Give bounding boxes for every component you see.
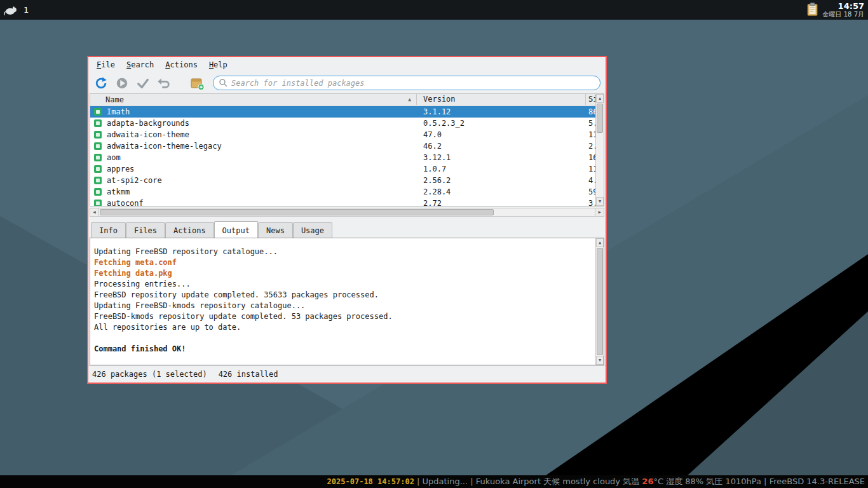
table-row[interactable]: adwaita-icon-theme-legacy46.22.1: [90, 140, 595, 152]
bottom-panel: 2025-07-18 14:57:02 | Updating... | Fuku…: [0, 475, 868, 488]
package-name: atkmm: [107, 187, 130, 196]
package-version: 3.1.12: [417, 107, 586, 116]
output-panel: Updating FreeBSD repository catalogue...…: [90, 238, 604, 365]
status-segment: 26: [642, 477, 653, 486]
package-size: 3.1: [586, 199, 595, 207]
output-log: Updating FreeBSD repository catalogue...…: [90, 238, 595, 365]
table-row[interactable]: autoconf2.723.1: [90, 198, 595, 207]
installed-package-icon: [94, 154, 102, 161]
package-version: 2.72: [417, 199, 586, 207]
refresh-sync-button[interactable]: [93, 76, 109, 91]
installed-package-icon: [94, 165, 102, 173]
package-version: 2.56.2: [417, 176, 586, 185]
installed-package-icon: [94, 131, 102, 139]
package-size: 11.: [586, 165, 595, 173]
package-count-label: 426 packages (1 selected): [92, 370, 207, 379]
scroll-up-icon[interactable]: ▲: [596, 94, 604, 103]
column-header-version[interactable]: Version: [417, 94, 586, 105]
status-segment: °C 湿度 88% 気圧 1010hPa | FreeBSD 14.3-RELE…: [653, 477, 865, 486]
window-status-bar: 426 packages (1 selected) 426 installed: [88, 365, 606, 383]
scroll-down-icon[interactable]: ▼: [596, 356, 604, 365]
tab-actions[interactable]: Actions: [165, 222, 214, 238]
search-icon: [219, 78, 227, 89]
table-row[interactable]: aom3.12.116.: [90, 152, 595, 163]
menu-search[interactable]: Search: [121, 58, 159, 71]
installed-package-icon: [94, 108, 102, 116]
output-scrollbar-thumb[interactable]: [597, 248, 603, 355]
system-upgrade-button[interactable]: [114, 76, 130, 91]
menu-help[interactable]: Help: [203, 58, 233, 71]
package-size: 2.1: [586, 142, 595, 151]
installed-package-icon: [94, 200, 102, 207]
tab-usage[interactable]: Usage: [293, 222, 332, 238]
package-name: at-spi2-core: [107, 176, 162, 185]
output-line: Updating FreeBSD-kmods repository catalo…: [94, 301, 595, 311]
package-name: adwaita-icon-theme-legacy: [107, 142, 222, 151]
scroll-left-icon[interactable]: ◀: [90, 208, 99, 216]
table-vertical-scrollbar[interactable]: ▲ ▼: [595, 94, 604, 206]
menu-bar: FileSearchActionsHelp: [88, 57, 606, 72]
tab-files[interactable]: Files: [126, 222, 165, 238]
package-version: 3.12.1: [417, 153, 586, 162]
bottom-status-text: 2025-07-18 14:57:02 | Updating... | Fuku…: [327, 476, 865, 487]
tab-bar: InfoFilesActionsOutputNewsUsage: [88, 217, 606, 238]
output-line: Fetching meta.conf: [94, 257, 595, 268]
menu-file[interactable]: File: [91, 58, 121, 71]
package-size: 11.: [586, 130, 595, 139]
output-line: All repositories are up to date.: [94, 322, 595, 333]
clipboard-icon[interactable]: [807, 3, 818, 17]
output-line: FreeBSD repository update completed. 356…: [94, 290, 595, 301]
package-name: appres: [107, 165, 134, 173]
package-size: 5.3: [586, 119, 595, 128]
package-manager-window: FileSearchActionsHelp: [87, 56, 607, 384]
package-version: 47.0: [417, 130, 586, 139]
commit-button[interactable]: [135, 76, 151, 91]
tab-output[interactable]: Output: [214, 221, 258, 238]
table-header: Name ▲ Version Siz: [90, 94, 604, 105]
status-segment: 2025-07-18 14:57:02: [327, 477, 414, 486]
package-size: 16.: [586, 153, 595, 162]
clock-time: 14:57: [823, 2, 864, 11]
table-row[interactable]: adwaita-icon-theme47.011.: [90, 129, 595, 140]
table-hscrollbar-thumb[interactable]: [100, 209, 494, 215]
package-table: Name ▲ Version Siz Imath3.1.12863adapta-…: [90, 93, 604, 207]
panel-clock[interactable]: 14:57 金曜日 18 7月: [823, 2, 864, 18]
table-row[interactable]: appres1.0.711.: [90, 163, 595, 175]
output-vertical-scrollbar[interactable]: ▲ ▼: [595, 238, 604, 365]
column-header-name[interactable]: Name ▲: [90, 94, 417, 105]
tab-info[interactable]: Info: [91, 222, 126, 238]
package-size: 4.0: [586, 176, 595, 185]
package-name: Imath: [107, 107, 130, 116]
output-line: FreeBSD-kmods repository update complete…: [94, 311, 595, 322]
output-line: Updating FreeBSD repository catalogue...: [94, 247, 595, 257]
top-panel: 1 14:57 金曜日 18 7月: [0, 0, 868, 20]
panel-logo-icon: [4, 4, 18, 16]
status-segment: |: [414, 477, 423, 486]
table-scrollbar-thumb[interactable]: [597, 104, 603, 133]
scroll-down-icon[interactable]: ▼: [596, 197, 604, 206]
table-row[interactable]: Imath3.1.12863: [90, 106, 595, 118]
installed-package-icon: [94, 142, 102, 150]
package-version: 1.0.7: [417, 165, 586, 173]
rollback-button[interactable]: [156, 76, 172, 91]
search-input[interactable]: [213, 76, 600, 90]
output-line: [94, 333, 595, 344]
table-row[interactable]: at-spi2-core2.56.24.0: [90, 175, 595, 186]
status-segment: Updating... | Fukuoka Airport 天候 mostly …: [423, 477, 642, 486]
menu-actions[interactable]: Actions: [159, 58, 203, 71]
tab-news[interactable]: News: [258, 222, 293, 238]
clock-date: 金曜日 18 7月: [823, 11, 864, 18]
output-line: Command finished OK!: [94, 344, 595, 355]
scroll-up-icon[interactable]: ▲: [596, 238, 604, 247]
local-package-button[interactable]: [189, 76, 205, 91]
package-size: 596: [586, 187, 595, 196]
workspace-label[interactable]: 1: [24, 5, 29, 15]
package-table-body: Imath3.1.12863adapta-backgrounds0.5.2.3_…: [90, 106, 595, 206]
package-name: aom: [107, 153, 121, 162]
table-row[interactable]: adapta-backgrounds0.5.2.3_25.3: [90, 118, 595, 129]
table-row[interactable]: atkmm2.28.4596: [90, 186, 595, 198]
table-horizontal-scrollbar[interactable]: ◀ ▶: [90, 208, 604, 217]
scroll-right-icon[interactable]: ▶: [595, 208, 604, 216]
package-version: 2.28.4: [417, 187, 586, 196]
package-size: 863: [586, 107, 595, 116]
